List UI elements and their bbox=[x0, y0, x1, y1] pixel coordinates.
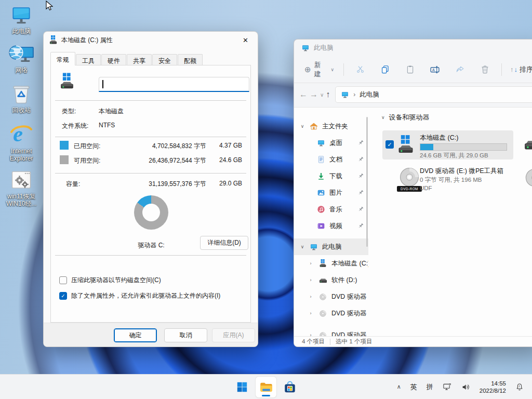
drive-c-tile[interactable]: ✓ 本地磁盘 (C:) 24.6 GB 可用, 共 29.0 GB bbox=[382, 130, 513, 159]
tab-quota[interactable]: 配额 bbox=[178, 54, 203, 65]
ok-button[interactable]: 确定 bbox=[114, 328, 157, 342]
tab-tools[interactable]: 工具 bbox=[76, 54, 101, 65]
tab-general[interactable]: 常规 bbox=[50, 52, 75, 65]
pin-icon bbox=[357, 172, 364, 179]
sidebar-item-documents[interactable]: 文档 bbox=[294, 151, 368, 168]
sidebar-item-this-pc[interactable]: ∨ 此电脑 bbox=[294, 238, 368, 255]
dialog-titlebar[interactable]: 本地磁盘 (C:) 属性 bbox=[44, 32, 258, 48]
cut-button[interactable] bbox=[348, 60, 373, 79]
new-plus-icon: ⊕ bbox=[304, 65, 311, 74]
index-checkbox-row[interactable]: ✓ 除了文件属性外，还允许索引此驱动器上文件的内容(I) bbox=[59, 291, 220, 300]
file-explorer-icon bbox=[259, 380, 273, 394]
notification-center-button[interactable] bbox=[511, 377, 528, 397]
chevron-right-icon[interactable]: › bbox=[308, 277, 314, 283]
free-space-label: 可用空间: bbox=[74, 156, 100, 165]
capacity-label: 容量: bbox=[66, 180, 80, 189]
dvd-disc-icon bbox=[398, 166, 421, 189]
start-button[interactable] bbox=[232, 377, 252, 397]
sort-button[interactable]: ↑↓ 排序 bbox=[506, 65, 532, 74]
up-button[interactable]: ↑ bbox=[326, 86, 330, 103]
delete-button[interactable] bbox=[472, 60, 497, 79]
back-button[interactable]: ← bbox=[299, 86, 308, 103]
forward-button[interactable]: → bbox=[310, 86, 318, 103]
sidebar-item-dvd-f[interactable]: › DVD 驱动器 (F bbox=[294, 305, 368, 322]
chevron-down-icon[interactable]: ∨ bbox=[299, 244, 305, 249]
sort-button-label: 排序 bbox=[520, 65, 532, 74]
dvd-icon-partial[interactable] bbox=[524, 167, 532, 189]
sidebar-item-dvd-g[interactable]: › DVD 驱动器 (F:) bbox=[294, 327, 368, 336]
taskbar-file-explorer-button[interactable] bbox=[256, 377, 276, 397]
new-button[interactable]: ⊕ 新建 ∨ bbox=[299, 57, 339, 82]
trash-icon bbox=[480, 64, 490, 74]
compress-checkbox-row[interactable]: 压缩此驱动器以节约磁盘空间(C) bbox=[59, 276, 161, 285]
desktop-icon-network[interactable]: 网络 bbox=[3, 42, 39, 74]
breadcrumb-separator-icon: › bbox=[353, 91, 355, 98]
properties-dialog: 本地磁盘 (C:) 属性 ✕ 常规 工具 硬件 共享 安全 配额 类型: 本地磁… bbox=[43, 31, 258, 347]
recovery-tool-icon bbox=[10, 169, 33, 191]
cancel-button[interactable]: 取消 bbox=[164, 328, 207, 342]
volume-tray-button[interactable] bbox=[458, 377, 474, 397]
rename-icon bbox=[430, 64, 440, 75]
explorer-titlebar[interactable]: 此电脑 bbox=[294, 39, 532, 56]
status-selected-count: 选中 1 个项目 bbox=[336, 338, 372, 345]
clock[interactable]: 14:55 2022/8/12 bbox=[476, 380, 509, 394]
chevron-down-icon[interactable]: ∨ bbox=[299, 124, 305, 129]
rename-button[interactable] bbox=[423, 60, 448, 79]
tab-security[interactable]: 安全 bbox=[152, 54, 177, 65]
sidebar-item-drive-c[interactable]: › 本地磁盘 (C:) bbox=[294, 255, 368, 272]
drive-capacity-caption: 24.6 GB 可用, 共 29.0 GB bbox=[420, 152, 488, 159]
share-button[interactable] bbox=[447, 60, 472, 79]
sidebar-scrollbar[interactable] bbox=[366, 117, 368, 247]
desktop-icon-win11-recovery[interactable]: win11恢复 WIN10经... bbox=[3, 169, 39, 207]
desktop-icon-this-pc[interactable]: 此电脑 bbox=[3, 4, 39, 35]
close-button[interactable]: ✕ bbox=[234, 32, 257, 48]
free-space-size: 24.6 GB bbox=[219, 156, 242, 164]
sidebar-item-videos[interactable]: 视频 bbox=[294, 218, 368, 234]
volume-label-input[interactable] bbox=[99, 77, 249, 92]
network-tray-button[interactable] bbox=[439, 377, 456, 397]
compress-checkbox[interactable] bbox=[59, 276, 67, 284]
home-icon bbox=[310, 122, 318, 130]
chevron-right-icon[interactable]: › bbox=[308, 311, 314, 316]
sidebar-item-music[interactable]: 音乐 bbox=[294, 201, 368, 218]
pin-icon bbox=[357, 156, 364, 163]
ime-language-en[interactable]: 英 bbox=[407, 377, 421, 397]
sort-asc-icon: ↑ bbox=[510, 65, 514, 73]
copy-button[interactable] bbox=[373, 60, 398, 79]
sidebar-item-drive-d[interactable]: › 软件 (D:) bbox=[294, 272, 368, 288]
desktop-icon-recycle-bin[interactable]: 回收站 bbox=[3, 81, 39, 114]
paste-button[interactable] bbox=[398, 60, 423, 79]
desktop-icon-label: Internet Explorer bbox=[3, 148, 39, 162]
dvd-e-tile[interactable]: DVD-ROM DVD 驱动器 (E:) 微PE工具箱 0 字节 可用, 共 1… bbox=[382, 164, 513, 195]
explorer-body: ∨ 主文件夹 桌面 文档 下载 图片 bbox=[294, 107, 532, 336]
taskbar-store-button[interactable] bbox=[280, 377, 300, 397]
selection-checkbox[interactable]: ✓ bbox=[385, 140, 394, 149]
details-button[interactable]: 详细信息(D) bbox=[200, 236, 248, 250]
drive-d-icon-partial[interactable] bbox=[524, 135, 532, 154]
index-checkbox[interactable]: ✓ bbox=[59, 292, 67, 300]
sidebar-item-desktop[interactable]: 桌面 bbox=[294, 135, 368, 151]
chevron-right-icon[interactable]: › bbox=[308, 294, 314, 299]
breadcrumb-this-pc[interactable]: 此电脑 bbox=[360, 90, 379, 99]
text-caret bbox=[102, 80, 103, 88]
sidebar-item-dvd-e[interactable]: › DVD 驱动器 (E bbox=[294, 288, 368, 305]
tray-overflow-button[interactable]: ∧ bbox=[393, 377, 405, 397]
chevron-right-icon[interactable]: › bbox=[308, 261, 314, 266]
sidebar-item-home[interactable]: ∨ 主文件夹 bbox=[294, 118, 368, 135]
address-bar[interactable]: › 此电脑 bbox=[335, 86, 532, 103]
tab-sharing[interactable]: 共享 bbox=[127, 54, 152, 65]
copy-icon bbox=[380, 64, 390, 74]
history-dropdown-button[interactable]: ∨ bbox=[320, 86, 324, 103]
ime-language-pinyin[interactable]: 拼 bbox=[423, 377, 437, 397]
dvd-rom-badge: DVD-ROM bbox=[397, 186, 422, 192]
tab-hardware[interactable]: 硬件 bbox=[101, 54, 126, 65]
sidebar-item-pictures[interactable]: 图片 bbox=[294, 184, 368, 201]
new-button-label: 新建 bbox=[314, 60, 328, 79]
group-header-devices[interactable]: ∨ 设备和驱动器 bbox=[381, 113, 430, 122]
chevron-right-icon[interactable]: › bbox=[308, 332, 314, 336]
separator bbox=[55, 100, 246, 101]
used-legend-swatch bbox=[60, 141, 69, 150]
dialog-title: 本地磁盘 (C:) 属性 bbox=[61, 36, 113, 45]
sidebar-item-downloads[interactable]: 下载 bbox=[294, 168, 368, 184]
desktop-icon-internet-explorer[interactable]: Internet Explorer bbox=[3, 121, 39, 162]
